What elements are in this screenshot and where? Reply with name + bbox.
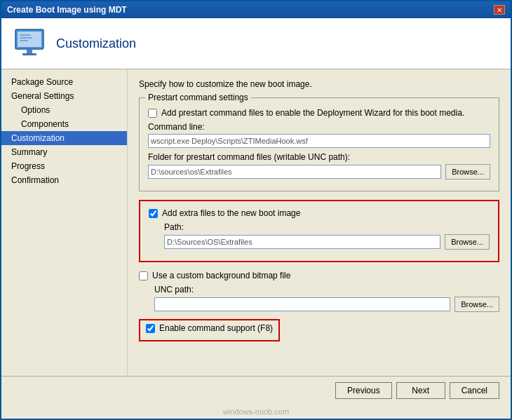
- instruction-text: Specify how to customize the new boot im…: [139, 79, 499, 89]
- sidebar-item-options[interactable]: Options: [1, 103, 127, 117]
- folder-browse-button[interactable]: Browse...: [445, 164, 490, 179]
- extra-files-checkbox-label: Add extra files to the new boot image: [162, 208, 300, 218]
- watermark-text: windows-noob.com: [223, 407, 289, 416]
- extra-files-checkbox-row: Add extra files to the new boot image: [149, 208, 490, 218]
- header: Customization: [1, 18, 511, 69]
- sidebar-item-summary[interactable]: Summary: [1, 145, 127, 159]
- path-browse-button[interactable]: Browse...: [445, 234, 490, 250]
- path-row: Browse...: [164, 234, 490, 250]
- extra-files-checkbox[interactable]: [149, 209, 158, 218]
- enable-cmd-checkbox[interactable]: [146, 324, 155, 333]
- folder-row: Browse...: [148, 164, 490, 179]
- title-bar: Create Boot Image using MDT ✕: [1, 1, 511, 18]
- main-window: Create Boot Image using MDT ✕ Customizat…: [0, 0, 512, 420]
- background-checkbox[interactable]: [139, 271, 148, 280]
- command-line-row: [148, 134, 490, 148]
- sidebar: Package Source General Settings Options …: [1, 69, 128, 376]
- unc-row: Browse...: [154, 297, 499, 312]
- folder-label: Folder for prestart command files (writa…: [148, 152, 490, 162]
- footer: Previous Next Cancel: [1, 376, 511, 405]
- unc-path-input[interactable]: [154, 297, 450, 311]
- background-section: Use a custom background bitmap file UNC …: [139, 271, 499, 312]
- computer-icon: [13, 27, 46, 60]
- sidebar-item-components[interactable]: Components: [1, 117, 127, 131]
- path-label: Path:: [164, 222, 490, 232]
- sidebar-item-general-settings[interactable]: General Settings: [1, 89, 127, 103]
- sidebar-item-progress[interactable]: Progress: [1, 159, 127, 173]
- prestart-group-title: Prestart command settings: [145, 93, 251, 102]
- close-button[interactable]: ✕: [494, 5, 505, 15]
- background-checkbox-row: Use a custom background bitmap file: [139, 271, 499, 280]
- page-title: Customization: [56, 36, 136, 51]
- extra-files-group: Add extra files to the new boot image Pa…: [139, 200, 499, 262]
- window-title: Create Boot Image using MDT: [7, 5, 127, 15]
- path-input[interactable]: [164, 235, 440, 249]
- enable-cmd-checkbox-label: Enable command support (F8): [159, 323, 273, 333]
- svg-rect-6: [22, 53, 36, 55]
- prestart-group: Prestart command settings Add prestart c…: [139, 97, 499, 191]
- enable-cmd-checkbox-row: Enable command support (F8): [146, 323, 273, 333]
- command-line-label: Command line:: [148, 122, 490, 132]
- background-checkbox-label: Use a custom background bitmap file: [152, 271, 290, 280]
- svg-rect-5: [27, 49, 32, 53]
- sidebar-item-confirmation[interactable]: Confirmation: [1, 173, 127, 187]
- previous-button[interactable]: Previous: [335, 382, 392, 399]
- sidebar-item-customization[interactable]: Customization: [1, 131, 127, 145]
- unc-browse-button[interactable]: Browse...: [454, 297, 499, 312]
- watermark: windows-noob.com: [1, 405, 511, 419]
- prestart-checkbox[interactable]: [148, 109, 157, 118]
- cancel-button[interactable]: Cancel: [450, 382, 499, 399]
- sidebar-item-package-source[interactable]: Package Source: [1, 75, 127, 89]
- unc-path-label: UNC path:: [154, 285, 499, 294]
- command-line-input[interactable]: [148, 134, 490, 148]
- prestart-checkbox-row: Add prestart command files to enable the…: [148, 108, 490, 118]
- enable-cmd-group: Enable command support (F8): [139, 319, 280, 341]
- main-content-area: Specify how to customize the new boot im…: [128, 69, 511, 376]
- next-button[interactable]: Next: [396, 382, 445, 399]
- folder-input[interactable]: [148, 165, 441, 179]
- svg-rect-1: [18, 32, 41, 47]
- prestart-checkbox-label: Add prestart command files to enable the…: [161, 108, 464, 118]
- content-area: Package Source General Settings Options …: [1, 69, 511, 376]
